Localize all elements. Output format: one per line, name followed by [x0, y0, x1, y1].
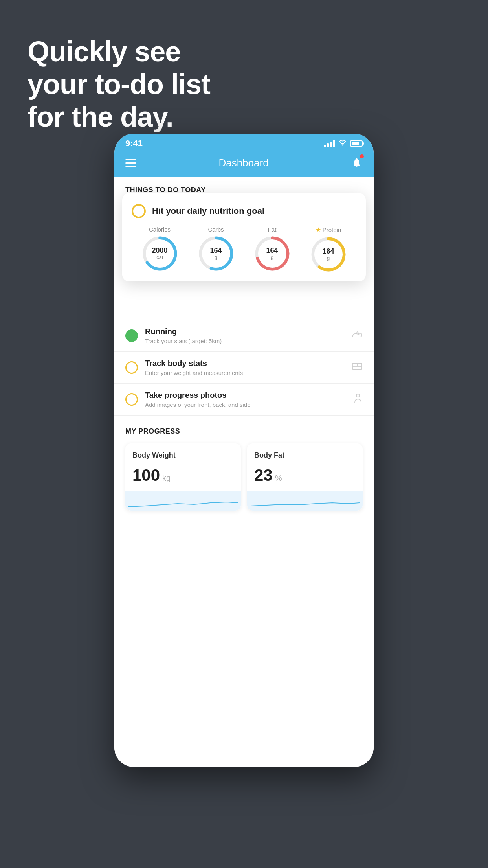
todo-circle-photos [125, 393, 138, 406]
menu-button[interactable] [125, 159, 136, 167]
body-weight-value: 100 [132, 466, 160, 485]
todo-circle-body-stats [125, 361, 138, 374]
calories-unit: cal [152, 255, 167, 260]
protein-unit: g [322, 256, 334, 261]
carbs-label: Carbs [208, 226, 224, 233]
bell-icon [351, 158, 363, 170]
star-icon: ★ [316, 226, 321, 234]
nutrition-protein: ★ Protein 164 g [311, 226, 346, 272]
todo-item-body-stats[interactable]: Track body stats Enter your weight and m… [114, 352, 374, 384]
phone-mockup: 9:41 Dashboard [114, 134, 374, 767]
todo-list: Running Track your stats (target: 5km) T… [114, 320, 374, 416]
protein-donut: 164 g [311, 237, 346, 272]
todo-text-body-stats: Track body stats Enter your weight and m… [145, 359, 345, 376]
body-fat-card[interactable]: Body Fat 23 % [247, 443, 363, 511]
card-title: Hit your daily nutrition goal [152, 206, 264, 216]
status-time: 9:41 [125, 138, 143, 149]
calories-label-row: Calories [149, 226, 171, 233]
progress-cards: Body Weight 100 kg Body Fat 23 [125, 443, 363, 511]
body-weight-unit: kg [162, 474, 171, 483]
headline-line1: Quickly see [28, 35, 210, 68]
todo-circle-nutrition [132, 204, 146, 218]
nutrition-calories: Calories 2000 cal [142, 226, 178, 271]
body-weight-title: Body Weight [132, 451, 234, 460]
status-bar: 9:41 [114, 134, 374, 152]
fat-donut: 164 g [255, 236, 290, 271]
carbs-label-row: Carbs [208, 226, 224, 233]
app-header: Dashboard [114, 152, 374, 177]
app-content: THINGS TO DO TODAY Hit your daily nutrit… [114, 177, 374, 767]
todo-text-photos: Take progress photos Add images of your … [145, 391, 346, 408]
headline: Quickly see your to-do list for the day. [28, 35, 210, 133]
todo-item-running[interactable]: Running Track your stats (target: 5km) [114, 320, 374, 352]
notification-button[interactable] [351, 156, 363, 170]
signal-icon [324, 140, 335, 147]
person-icon [353, 393, 363, 406]
header-title: Dashboard [218, 157, 268, 169]
shoe-icon [352, 330, 363, 341]
todo-text-running: Running Track your stats (target: 5km) [145, 327, 345, 344]
todo-circle-running [125, 329, 138, 342]
running-title: Running [145, 327, 345, 336]
nutrition-fat: Fat 164 g [255, 226, 290, 271]
calories-label: Calories [149, 226, 171, 233]
body-fat-title: Body Fat [254, 451, 356, 460]
carbs-value: 164 [210, 247, 222, 255]
nutrition-carbs: Carbs 164 g [198, 226, 234, 271]
carbs-donut: 164 g [198, 236, 234, 271]
body-fat-chart [247, 491, 363, 511]
running-subtitle: Track your stats (target: 5km) [145, 338, 345, 344]
status-icons [324, 140, 363, 148]
nutrition-row: Calories 2000 cal [132, 226, 356, 272]
notification-dot [360, 154, 364, 158]
carbs-unit: g [210, 255, 222, 260]
protein-label-row: ★ Protein [316, 226, 341, 234]
body-weight-value-row: 100 kg [132, 466, 234, 485]
fat-value: 164 [266, 247, 278, 255]
battery-icon [350, 140, 363, 147]
photos-title: Take progress photos [145, 391, 346, 400]
body-fat-value: 23 [254, 466, 273, 485]
fat-label: Fat [268, 226, 277, 233]
fat-unit: g [266, 255, 278, 260]
headline-line2: your to-do list [28, 68, 210, 101]
calories-value: 2000 [152, 247, 167, 255]
svg-point-11 [356, 394, 360, 397]
body-weight-chart [125, 491, 241, 511]
protein-value: 164 [322, 248, 334, 256]
scale-icon [352, 362, 363, 373]
todo-item-photos[interactable]: Take progress photos Add images of your … [114, 384, 374, 416]
progress-section: MY PROGRESS Body Weight 100 kg [114, 416, 374, 511]
fat-label-row: Fat [268, 226, 277, 233]
wifi-icon [338, 140, 347, 148]
card-title-row: Hit your daily nutrition goal [132, 204, 356, 218]
nutrition-card: Hit your daily nutrition goal Calories [122, 193, 366, 281]
calories-donut: 2000 cal [142, 236, 178, 271]
headline-line3: for the day. [28, 101, 210, 133]
body-weight-card[interactable]: Body Weight 100 kg [125, 443, 241, 511]
photos-subtitle: Add images of your front, back, and side [145, 401, 346, 408]
body-fat-value-row: 23 % [254, 466, 356, 485]
protein-label: Protein [323, 226, 341, 233]
body-stats-title: Track body stats [145, 359, 345, 368]
body-fat-unit: % [275, 474, 282, 483]
progress-title: MY PROGRESS [125, 427, 363, 436]
body-stats-subtitle: Enter your weight and measurements [145, 370, 345, 376]
